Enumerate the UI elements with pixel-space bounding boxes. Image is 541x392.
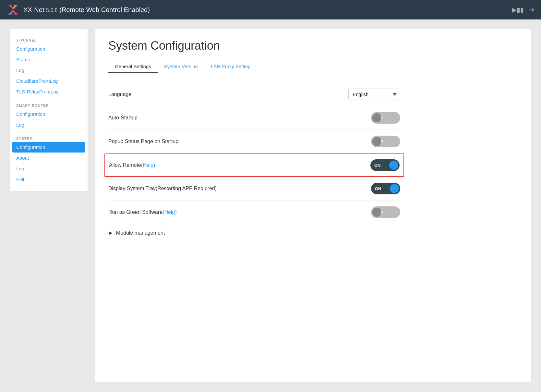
content-area: System Configuration General Settings Sy… [95,29,531,382]
sidebar-item-router-log[interactable]: Log [10,119,88,130]
allow-remote-label: Allow Remote(Help) [109,162,155,168]
auto-startup-label: Auto-Startup [108,115,138,121]
header: XX-Net 5.0.8 (Remote Web Control Enabled… [0,0,541,19]
setting-row-allow-remote: Allow Remote(Help) ON [104,153,404,177]
sidebar-item-xtunnel-config[interactable]: Configuration [10,43,88,54]
sidebar-item-xtunnel-status[interactable]: Status [10,54,88,65]
module-management-row[interactable]: ► Module management [108,224,400,242]
tray-toggle-label: ON [375,186,381,191]
header-title: XX-Net 5.0.8 (Remote Web Control Enabled… [23,6,150,14]
main-container: X-TUNNEL Configuration Status Log Cloudf… [0,19,541,392]
tab-lan[interactable]: LAN Proxy Setting [204,60,257,73]
sidebar-item-xtunnel-cloudflare[interactable]: CloudflareFrontLog [10,76,88,86]
section-label-system: SYSTEM [10,134,88,142]
svg-marker-2 [8,10,13,15]
allow-remote-help-link[interactable]: (Help) [141,162,155,168]
setting-row-green: Run as Green Software(Help) OFF [108,201,400,224]
sidebar-item-system-config[interactable]: Configuration [12,142,85,153]
tabs-bar: General Settings System Version LAN Prox… [108,60,518,73]
exit-icon[interactable]: ➔ [529,6,535,14]
auto-startup-toggle-circle [372,113,381,122]
language-label: Language [108,92,131,97]
allow-remote-toggle-label: ON [374,163,381,168]
page-title: System Configuration [108,39,518,53]
arrow-right-icon: ► [108,230,114,236]
setting-row-tray: Display System Tray(Restarting APP Requi… [108,177,400,201]
xx-net-logo [6,3,19,16]
green-toggle[interactable]: OFF [371,206,400,218]
sidebar-item-system-about[interactable]: About [10,153,88,163]
green-help-link[interactable]: (Help) [162,209,177,215]
allow-remote-toggle[interactable]: ON [370,159,400,171]
language-select[interactable]: English Chinese Japanese [348,89,400,100]
sidebar: X-TUNNEL Configuration Status Log Cloudf… [10,29,88,191]
popup-label: Popup Status Page on Startup [108,139,178,144]
tab-general[interactable]: General Settings [108,60,158,73]
auto-startup-toggle[interactable]: OFF [371,112,400,124]
sidebar-item-system-exit[interactable]: Exit [10,174,88,185]
module-management-label: Module management [116,230,165,236]
setting-row-language: Language English Chinese Japanese [108,83,400,106]
tray-toggle-circle [390,184,399,193]
setting-row-popup: Popup Status Page on Startup OFF [108,130,400,153]
sidebar-item-system-log[interactable]: Log [10,163,88,174]
popup-toggle-circle [372,137,381,146]
settings-area: Language English Chinese Japanese Auto-S… [108,83,400,242]
header-left: XX-Net 5.0.8 (Remote Web Control Enabled… [6,3,150,16]
green-label: Run as Green Software(Help) [108,209,177,215]
allow-remote-toggle-circle [389,161,398,170]
section-label-router: SMART ROUTER [10,101,88,109]
sidebar-item-xtunnel-tls[interactable]: TLS-RelayFrontLog [10,86,88,97]
monitor-icon[interactable]: ▶▮▮ [512,6,524,14]
setting-row-auto-startup: Auto-Startup OFF [108,106,400,130]
tab-version[interactable]: System Version [158,60,204,73]
header-right: ▶▮▮ ➔ [512,6,535,14]
sidebar-item-xtunnel-log[interactable]: Log [10,65,88,76]
popup-toggle[interactable]: OFF [371,136,400,147]
tray-label: Display System Tray(Restarting APP Requi… [108,186,217,191]
sidebar-item-router-config[interactable]: Configuration [10,109,88,119]
svg-marker-1 [13,5,18,10]
tray-toggle[interactable]: ON [371,183,400,194]
green-toggle-circle [372,208,381,217]
section-label-xtunnel: X-TUNNEL [10,36,88,43]
